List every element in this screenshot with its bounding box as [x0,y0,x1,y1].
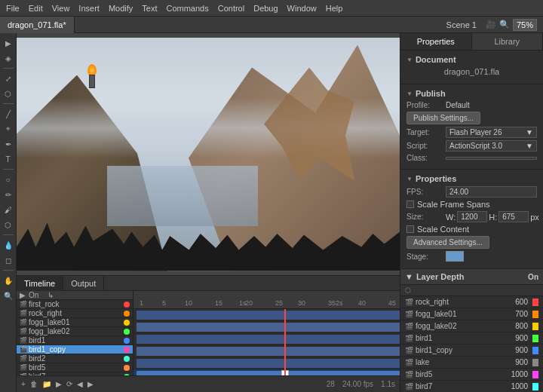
depth-icon: ▼ [405,272,413,281]
layer-name-bird5: bird5 [29,363,121,372]
scale-content-checkbox[interactable] [406,225,414,233]
block-rock-right [137,323,400,332]
ruler-tick-1s: 1s [239,299,247,307]
script-dropdown[interactable]: ActionScript 3.0 ▼ [446,140,537,152]
ruler-tick-10: 10 [185,299,192,307]
menu-item-commands[interactable]: Commands [166,4,208,13]
class-label: Class: [406,154,443,162]
menu-item-view[interactable]: View [52,4,70,13]
menu-item-file[interactable]: File [6,4,20,13]
torch-body [89,75,95,88]
document-header[interactable]: ▼ Document [406,55,537,64]
text-tool[interactable]: T [2,152,15,166]
eyedropper-tool[interactable]: 💧 [2,238,15,252]
brush-tool[interactable]: 🖌 [2,203,15,216]
lasso-tool[interactable]: ⌖ [2,122,15,136]
menu-item-edit[interactable]: Edit [29,4,43,13]
layer-row-fogg-lake01[interactable]: 🎬 fogg_lake01 [17,318,133,327]
fps-row: FPS: 24.00 [406,186,537,198]
next-frame-btn[interactable]: ▶ [87,380,94,388]
layer-color-bird1 [124,338,130,344]
layer-icon-bird1-copy: 🎬 [20,346,27,354]
zoom-tool[interactable]: 🔍 [2,289,15,302]
track-first-rock [133,309,400,321]
target-row: Target: Flash Player 26 ▼ [406,127,537,138]
tab-main[interactable]: dragon_071.fla* [0,17,75,33]
depth-name-2: fogg_lake02 [416,322,502,330]
stage-canvas[interactable] [17,33,400,275]
depth-row-6[interactable]: 🎬 bird5 1000 [400,369,543,381]
depth-row-3[interactable]: 🎬 bird1 900 [400,332,543,345]
ruler-tick-25: 25 [275,299,283,307]
delete-layer-btn[interactable]: 🗑 [30,380,38,388]
depth-num-0: 600 [505,298,528,306]
layer-row-bird5[interactable]: 🎬 bird5 [17,363,133,372]
height-input[interactable]: 675 [499,211,529,222]
depth-row-1[interactable]: 🎬 fogg_lake01 700 [400,308,543,320]
torch-glow [83,64,101,88]
properties-header[interactable]: ▼ Properties [406,174,537,183]
menu-item-debug[interactable]: Debug [253,4,278,13]
new-folder-btn[interactable]: 📁 [42,380,51,388]
advanced-settings-btn[interactable]: Advanced Settings... [406,236,489,249]
target-dropdown[interactable]: Flash Player 26 ▼ [446,127,537,138]
menu-item-control[interactable]: Control [218,4,244,13]
menu-item-insert[interactable]: Insert [78,4,100,13]
depth-row-0[interactable]: 🎬 rock_right 600 [400,296,543,308]
loop-btn[interactable]: ⟳ [66,380,72,388]
menu-item-help[interactable]: Help [326,4,343,13]
layer-row-rock-right[interactable]: 🎬 rock_right [17,309,133,318]
menu-item-modify[interactable]: Modify [109,4,133,13]
layer-row-bird1-copy[interactable]: 🎬 bird1_copy [17,345,133,354]
subselect-tool[interactable]: ◈ [2,51,15,65]
eraser-tool[interactable]: ◻ [2,253,15,267]
publish-settings-btn[interactable]: Publish Settings... [406,112,480,124]
stage-color-picker[interactable] [446,251,464,262]
pen-tool[interactable]: ✒ [2,137,15,151]
gradient-tool[interactable]: ⬡ [2,87,15,100]
target-label: Target: [406,128,443,136]
stage-label: Stage: [406,253,443,261]
select-tool[interactable]: ▶ [2,36,15,50]
size-label: Size: [406,213,443,221]
oval-tool[interactable]: ○ [2,173,15,186]
timeline-controls: + 🗑 📁 ▶ ⟳ ◀ ▶ 28 24.00 fps 1.1s [17,375,400,392]
layer-row-bird1[interactable]: 🎬 bird1 [17,336,133,345]
depth-row-7[interactable]: 🎬 bird7 1000 [400,381,543,392]
add-layer-btn[interactable]: + [21,380,26,388]
layer-row-fogg-lake02[interactable]: 🎬 fogg_lake02 [17,327,133,336]
layer-color-fogg-lake01 [124,320,130,326]
menu-item-text[interactable]: Text [142,4,157,13]
ruler-tick-40: 40 [358,299,366,307]
depth-icon-6: 🎬 [405,371,413,378]
depth-row-5[interactable]: 🎬 lake 900 [400,357,543,369]
layer-row-bird2[interactable]: 🎬 bird2 [17,354,133,363]
scale-frames-checkbox[interactable] [406,201,414,208]
fps-input[interactable]: 24.00 [446,186,537,198]
pencil-tool[interactable]: ✏ [2,188,15,201]
publish-header[interactable]: ▼ Publish [406,89,537,98]
depth-layer-col: ⬡ [405,286,411,294]
layer-row-first-rock[interactable]: 🎬 first_rock [17,300,133,309]
playhead[interactable] [284,309,286,375]
tab-library[interactable]: Library [472,33,544,50]
play-btn[interactable]: ▶ [56,380,62,388]
width-input[interactable]: 1200 [457,211,487,222]
layer-icon-fogg-lake01: 🎬 [20,319,27,326]
depth-list-header: ⬡ [400,285,543,296]
depth-row-4[interactable]: 🎬 bird1_copy 900 [400,345,543,357]
tab-output[interactable]: Output [63,276,104,291]
tab-properties[interactable]: Properties [400,33,472,50]
track-fogg-lake02 [133,345,400,357]
prev-frame-btn[interactable]: ◀ [77,380,83,388]
class-input[interactable] [446,157,537,160]
depth-row-2[interactable]: 🎬 fogg_lake02 800 [400,320,543,332]
free-transform-tool[interactable]: ⤢ [2,72,15,85]
paint-bucket-tool[interactable]: ⬡ [2,218,15,231]
menu-item-window[interactable]: Window [287,4,317,13]
hand-tool[interactable]: ✋ [2,274,15,287]
zoom-value[interactable]: 75% [513,19,537,31]
line-tool[interactable]: ╱ [2,107,15,121]
timeline-body: ▶ On ↳ 🎬 first_rock 🎬 rock_right [17,291,400,375]
tab-timeline[interactable]: Timeline [17,276,63,291]
